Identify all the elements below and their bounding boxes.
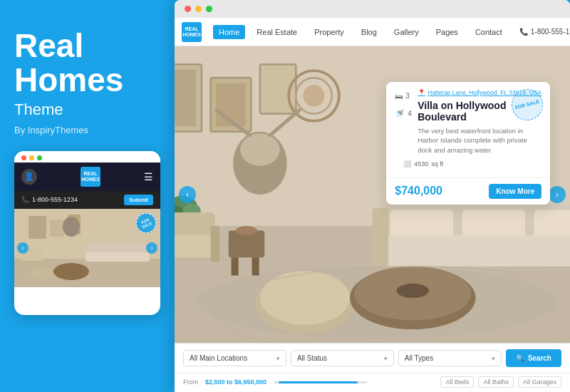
- card-bottom: $740,000 Know More: [386, 177, 550, 205]
- price-bar: From $2,500 to $6,950,000 All Beds All B…: [175, 373, 570, 392]
- svg-rect-44: [534, 210, 570, 237]
- browser-nav: REALHOMES Home Real Estate Property Blog…: [175, 18, 570, 46]
- svg-point-8: [30, 267, 53, 279]
- svg-rect-33: [211, 226, 220, 262]
- nav-item-blog[interactable]: Blog: [356, 25, 383, 39]
- svg-point-37: [236, 226, 257, 235]
- types-select[interactable]: All Types ▾: [398, 350, 502, 366]
- dot-red: [21, 155, 26, 160]
- title-line1: Real: [14, 27, 83, 64]
- sqft-icon: ⬜: [403, 160, 411, 167]
- mobile-nav: 👤 REALHOMES ☰: [14, 163, 160, 191]
- chevron-down-icon: ▾: [492, 355, 495, 362]
- mobile-phone: 📞 1-800-555-1234: [21, 196, 78, 203]
- mobile-next-arrow[interactable]: ›: [146, 242, 157, 254]
- svg-point-10: [63, 217, 80, 237]
- svg-point-21: [303, 85, 324, 106]
- by-line: By InspiryThemes: [14, 125, 160, 135]
- dot-yellow: [29, 155, 34, 160]
- card-top: FOR SALE 🛏 3 🚿 4 📍 Hatteras Lane, Hollyw…: [386, 82, 550, 177]
- chevron-down-icon: ▾: [276, 355, 280, 362]
- svg-rect-3: [50, 220, 64, 237]
- price-range-text: $2,500 to $6,950,000: [205, 378, 266, 386]
- svg-rect-43: [462, 210, 525, 237]
- nav-item-property[interactable]: Property: [309, 25, 350, 39]
- browser-logo: REALHOMES: [182, 22, 202, 42]
- nav-item-contact[interactable]: Contact: [470, 25, 508, 39]
- property-card: FOR SALE 🛏 3 🚿 4 📍 Hatteras Lane, Hollyw…: [386, 82, 550, 205]
- slider-tabs: All Beds All Baths All Garages: [374, 376, 561, 388]
- mobile-image-area: FORSALE ‹ › 📍 Hatteras Lane, Hollywood, …: [14, 209, 160, 287]
- svg-rect-35: [232, 257, 239, 275]
- beds-tab[interactable]: All Beds: [440, 376, 474, 388]
- card-price: $740,000: [395, 185, 442, 197]
- svg-point-7: [53, 263, 89, 280]
- price-slider[interactable]: [274, 381, 367, 383]
- chrome-dot-red: [185, 6, 191, 12]
- card-beds-stat: 🛏 3: [395, 92, 412, 100]
- hero-next-arrow[interactable]: ›: [549, 186, 566, 203]
- nav-item-gallery[interactable]: Gallery: [388, 25, 425, 39]
- chrome-dot-green: [206, 6, 212, 12]
- baths-tab[interactable]: All Baths: [478, 376, 514, 388]
- bed-icon: 🛏: [395, 92, 403, 100]
- left-panel: Real Homes Theme By InspiryThemes 👤 REAL…: [0, 0, 175, 392]
- chevron-down-icon: ▾: [384, 355, 388, 362]
- phone-icon: 📞: [519, 28, 528, 36]
- nav-item-real-estate[interactable]: Real Estate: [251, 25, 303, 39]
- sub-title: Theme: [14, 100, 160, 119]
- svg-point-23: [240, 133, 279, 165]
- hamburger-icon[interactable]: ☰: [144, 171, 153, 182]
- browser-chrome: [175, 0, 570, 18]
- know-more-btn[interactable]: Know More: [489, 184, 542, 199]
- price-slider-fill: [279, 381, 358, 383]
- card-sqft: ⬜ 4530 sq ft: [395, 160, 542, 173]
- card-baths-stat: 🚿 4: [395, 109, 412, 118]
- mobile-room-image: FORSALE ‹ ›: [14, 209, 160, 287]
- svg-rect-15: [175, 70, 196, 126]
- search-icon: 🔍: [516, 354, 524, 362]
- mobile-window-dots: [14, 151, 160, 163]
- dot-green: [37, 155, 42, 160]
- svg-point-49: [397, 284, 429, 298]
- location-select[interactable]: All Main Locations ▾: [183, 350, 286, 366]
- svg-rect-31: [175, 212, 215, 235]
- main-title: Real Homes Theme By InspiryThemes: [14, 29, 160, 135]
- mobile-submit-btn[interactable]: Submit: [124, 195, 153, 205]
- svg-rect-36: [252, 257, 259, 275]
- svg-rect-2: [28, 216, 46, 239]
- bath-icon: 🚿: [395, 109, 405, 118]
- mobile-logo: REALHOMES: [81, 167, 100, 187]
- svg-rect-6: [86, 243, 150, 252]
- browser-logo-icon: REALHOMES: [182, 22, 202, 42]
- title-line2: Homes: [14, 61, 123, 98]
- price-from-label: From: [183, 378, 198, 386]
- svg-rect-40: [373, 208, 389, 267]
- pin-icon: 📍: [418, 89, 425, 96]
- search-bar: All Main Locations ▾ All Status ▾ All Ty…: [175, 343, 570, 373]
- nav-phone: 📞 1-800-555-1234: [519, 28, 570, 36]
- card-description: The very best waterfront location in Har…: [395, 126, 542, 155]
- browser-mockup: REALHOMES Home Real Estate Property Blog…: [175, 0, 570, 392]
- mobile-user-icon: 👤: [21, 169, 37, 185]
- hero-prev-arrow[interactable]: ‹: [179, 186, 196, 203]
- garages-tab[interactable]: All Garages: [518, 376, 561, 388]
- nav-item-home[interactable]: Home: [213, 25, 245, 39]
- mobile-mockup: 👤 REALHOMES ☰ 📞 1-800-555-1234 Submit: [14, 151, 160, 315]
- nav-item-pages[interactable]: Pages: [430, 25, 464, 39]
- chrome-dot-yellow: [195, 6, 202, 12]
- mobile-prev-arrow[interactable]: ‹: [17, 242, 28, 254]
- search-button[interactable]: 🔍 Search: [506, 349, 561, 367]
- card-stats: 🛏 3 🚿 4: [395, 92, 412, 118]
- mobile-phone-bar: 📞 1-800-555-1234 Submit: [14, 191, 160, 209]
- status-select[interactable]: All Status ▾: [291, 350, 394, 366]
- browser-hero: ‹ › FOR SALE 🛏 3 🚿 4 📍: [175, 46, 570, 343]
- svg-rect-42: [390, 210, 453, 237]
